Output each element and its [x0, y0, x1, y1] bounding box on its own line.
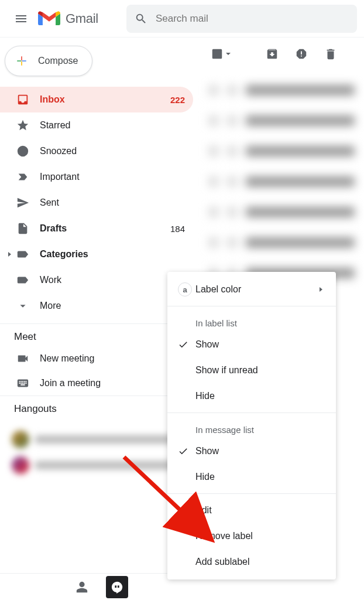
menu-show-label-list[interactable]: Show	[167, 332, 336, 357]
menu-remove-label[interactable]: Remove label	[167, 523, 336, 549]
star-icon	[16, 119, 29, 132]
label-icon	[16, 248, 29, 261]
menu-label: Label color	[195, 284, 318, 295]
nav-starred[interactable]: Starred	[0, 112, 193, 138]
nav-work[interactable]: Work	[0, 267, 193, 293]
label-icon	[16, 274, 29, 287]
menu-heading-label-list: In label list	[167, 310, 336, 332]
video-icon	[16, 352, 29, 365]
nav-label: Sent	[40, 197, 185, 208]
hamburger-icon	[14, 12, 28, 26]
hangouts-contact[interactable]	[12, 430, 187, 449]
mail-row[interactable]	[199, 75, 364, 105]
gmail-m-icon	[37, 7, 61, 30]
nav-label: Categories	[40, 249, 185, 260]
nav-label: Important	[40, 172, 185, 182]
important-icon	[16, 171, 29, 183]
mail-row[interactable]	[199, 227, 364, 258]
nav-inbox[interactable]: Inbox 222	[0, 87, 193, 112]
compose-label: Compose	[38, 56, 78, 66]
menu-label: Edit	[195, 505, 325, 516]
plus-icon	[13, 53, 30, 69]
menu-label: Hide	[195, 472, 325, 482]
menu-show-if-unread[interactable]: Show if unread	[167, 357, 336, 383]
check-icon	[178, 339, 195, 350]
menu-label: Hide	[195, 391, 325, 401]
menu-label: Show	[195, 446, 325, 456]
gmail-wordmark: Gmail	[66, 11, 98, 26]
nav-count: 222	[170, 95, 185, 105]
compose-button[interactable]: Compose	[5, 46, 92, 76]
search-bar[interactable]	[126, 5, 357, 33]
mail-row[interactable]	[199, 197, 364, 227]
menu-label: Add sublabel	[195, 557, 325, 567]
nav-drafts[interactable]: Drafts 184	[0, 216, 193, 241]
menu-divider	[167, 412, 336, 413]
nav-snoozed[interactable]: Snoozed	[0, 138, 193, 164]
hangouts-quote-icon	[111, 581, 123, 594]
inbox-icon	[16, 93, 29, 106]
meet-label: New meeting	[40, 353, 94, 364]
label-context-menu: a Label color In label list Show Show if…	[167, 272, 336, 579]
nav-more[interactable]: More	[0, 293, 193, 319]
nav-label: Drafts	[40, 223, 170, 234]
chevron-down-icon	[16, 299, 29, 312]
check-icon	[178, 446, 195, 456]
keyboard-icon	[16, 377, 29, 390]
nav-label: Starred	[40, 120, 185, 131]
menu-edit[interactable]: Edit	[167, 497, 336, 523]
nav-sent[interactable]: Sent	[0, 190, 193, 216]
clock-icon	[16, 145, 29, 158]
caret-down-icon	[226, 53, 231, 55]
menu-hide-label-list[interactable]: Hide	[167, 383, 336, 409]
hangouts-contact[interactable]	[12, 456, 187, 475]
menu-divider	[167, 493, 336, 494]
archive-button[interactable]	[266, 47, 279, 60]
menu-divider	[167, 306, 336, 306]
menu-add-sublabel[interactable]: Add sublabel	[167, 549, 336, 575]
menu-label: Show if unread	[195, 365, 325, 376]
mail-row[interactable]	[199, 105, 364, 136]
search-icon	[135, 12, 147, 25]
nav-categories[interactable]: Categories	[0, 241, 193, 267]
search-input[interactable]	[156, 13, 349, 25]
gmail-logo[interactable]: Gmail	[37, 7, 98, 30]
person-icon	[75, 581, 88, 594]
menu-hide-message-list[interactable]: Hide	[167, 464, 336, 490]
contacts-tab[interactable]	[71, 576, 93, 598]
color-badge-icon: a	[178, 282, 192, 296]
report-spam-button[interactable]	[295, 47, 308, 60]
main-menu-button[interactable]	[7, 5, 35, 33]
nav-count: 184	[170, 224, 185, 234]
delete-button[interactable]	[324, 47, 337, 60]
nav-label: More	[40, 301, 185, 311]
sent-icon	[16, 196, 29, 209]
menu-label: Show	[195, 339, 325, 350]
nav-label: Inbox	[40, 94, 170, 105]
nav-label: Snoozed	[40, 146, 185, 156]
mail-row[interactable]	[199, 166, 364, 197]
header: Gmail	[0, 0, 364, 38]
menu-show-message-list[interactable]: Show	[167, 438, 336, 464]
drafts-icon	[16, 222, 29, 235]
select-icon	[211, 47, 224, 60]
mail-row[interactable]	[199, 136, 364, 166]
nav-label: Work	[40, 275, 185, 285]
menu-heading-message-list: In message list	[167, 417, 336, 438]
toolbar	[199, 38, 364, 70]
menu-label: Remove label	[195, 531, 325, 541]
nav-important[interactable]: Important	[0, 164, 193, 190]
hangouts-tab[interactable]	[106, 576, 128, 598]
expand-arrow-icon	[6, 251, 14, 257]
select-all-button[interactable]	[211, 47, 231, 60]
meet-label: Join a meeting	[40, 378, 101, 388]
menu-label-color[interactable]: a Label color	[167, 277, 336, 302]
chevron-right-icon	[318, 284, 325, 295]
